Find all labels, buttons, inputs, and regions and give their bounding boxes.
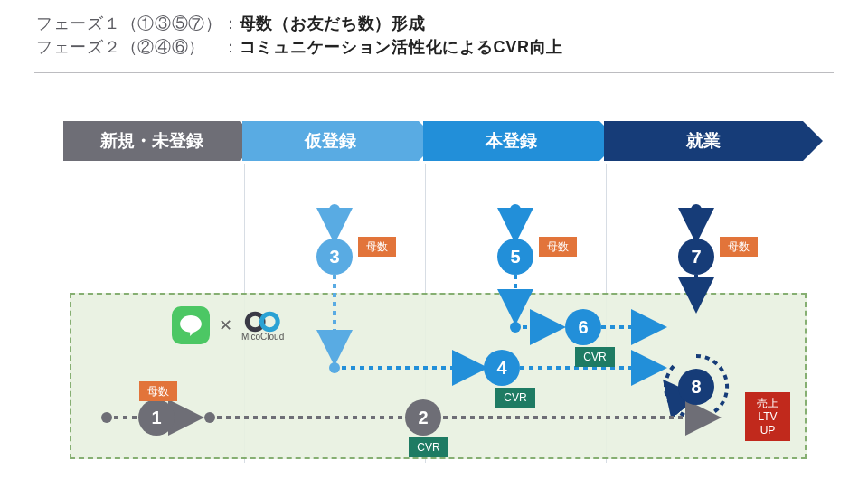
node-3: 3 — [316, 239, 353, 275]
header: フェーズ１（①③⑤⑦）： 母数（お友だち数）形成 フェーズ２（②④⑥） ： コミ… — [0, 0, 868, 67]
arrow-new: 新規・未登録 — [63, 121, 240, 161]
micocloud-label: MicoCloud — [241, 332, 284, 342]
logo-strip: ✕ MicoCloud — [172, 306, 284, 344]
tag-cvr-6: CVR — [575, 347, 615, 367]
phase1-label: フェーズ１（①③⑤⑦）： — [36, 13, 240, 34]
node-6: 6 — [565, 309, 601, 345]
arrow-temp: 仮登録 — [242, 121, 419, 161]
node-4: 4 — [484, 350, 520, 386]
tag-mom-7: 母数 — [720, 237, 758, 257]
arrow-work-label: 就業 — [686, 129, 721, 153]
node-2: 2 — [405, 399, 441, 436]
phase2-label: フェーズ２（②④⑥） ： — [36, 36, 240, 58]
micocloud-logo: MicoCloud — [241, 309, 284, 342]
tag-mom-5: 母数 — [539, 237, 577, 257]
tag-mom-3: 母数 — [358, 237, 396, 257]
arrow-work: 就業 — [604, 121, 803, 161]
phase2-bold: コミュニケーション活性化によるCVR向上 — [240, 36, 563, 58]
tag-cvr-4: CVR — [495, 388, 535, 408]
stage-arrows: 新規・未登録 仮登録 本登録 就業 — [63, 121, 805, 161]
line-icon — [172, 306, 210, 344]
arrow-full: 本登録 — [423, 121, 599, 161]
phase1-bold: 母数（お友だち数）形成 — [240, 13, 426, 34]
node-8: 8 — [678, 369, 714, 405]
tag-mom-1: 母数 — [139, 381, 177, 401]
tag-cvr-2: CVR — [409, 437, 448, 457]
arrow-new-label: 新規・未登録 — [100, 129, 203, 153]
arrow-temp-label: 仮登録 — [305, 129, 356, 153]
times-glyph: ✕ — [219, 315, 232, 335]
node-1: 1 — [138, 399, 175, 436]
divider — [34, 72, 834, 73]
node-5: 5 — [497, 239, 533, 275]
red-ltv-box: 売上 LTV UP — [745, 392, 790, 441]
node-7: 7 — [678, 239, 714, 275]
arrow-full-label: 本登録 — [486, 129, 537, 153]
